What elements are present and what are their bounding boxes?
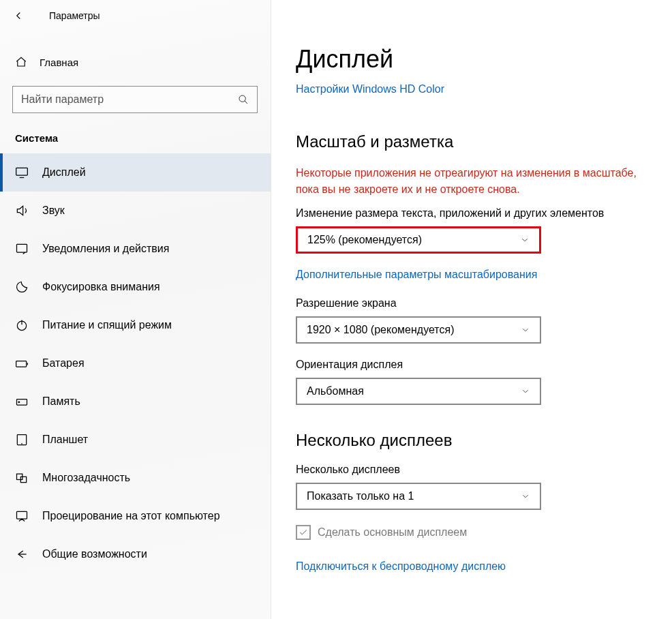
sidebar-item-focus[interactable]: Фокусировка внимания (0, 268, 271, 306)
orientation-dropdown[interactable]: Альбомная (296, 378, 541, 405)
sidebar-item-label: Уведомления и действия (42, 243, 169, 255)
sidebar-item-label: Общие возможности (42, 548, 147, 560)
sidebar-item-shared[interactable]: Общие возможности (0, 535, 271, 573)
advanced-scaling-link[interactable]: Дополнительные параметры масштабирования (296, 269, 654, 281)
chevron-down-icon (521, 492, 530, 501)
search-box[interactable] (12, 86, 258, 113)
wireless-display-link[interactable]: Подключиться к беспроводному дисплею (296, 560, 654, 573)
primary-display-checkbox[interactable] (296, 525, 311, 540)
svg-rect-4 (16, 361, 27, 367)
resolution-value: 1920 × 1080 (рекомендуется) (307, 324, 454, 336)
battery-icon (15, 357, 29, 370)
search-input[interactable] (21, 93, 238, 106)
sidebar-item-label: Фокусировка внимания (42, 281, 160, 293)
svg-point-0 (239, 95, 245, 102)
notifications-icon (15, 242, 29, 256)
sidebar-item-battery[interactable]: Батарея (0, 344, 271, 382)
sidebar-item-label: Планшет (42, 434, 88, 446)
projecting-icon (15, 509, 29, 523)
scale-value: 125% (рекомендуется) (307, 234, 422, 246)
sidebar-item-tablet[interactable]: Планшет (0, 421, 271, 459)
home-label: Главная (40, 57, 78, 68)
nav-list: Дисплей Звук Уведомления и действия Фоку… (0, 153, 271, 573)
chevron-down-icon (521, 325, 530, 335)
sidebar-item-label: Память (42, 395, 80, 408)
storage-icon (15, 395, 29, 408)
orientation-label: Ориентация дисплея (296, 359, 654, 371)
home-button[interactable]: Главная (0, 49, 271, 75)
svg-rect-10 (17, 511, 27, 519)
sidebar-item-label: Многозадачность (42, 472, 130, 484)
scale-warning: Некоторые приложения не отреагируют на и… (296, 165, 654, 198)
back-button[interactable] (11, 8, 26, 23)
resolution-dropdown[interactable]: 1920 × 1080 (рекомендуется) (296, 316, 541, 344)
sidebar-item-label: Батарея (42, 357, 85, 369)
focus-icon (15, 280, 29, 294)
home-icon (15, 56, 29, 68)
sidebar-item-power[interactable]: Питание и спящий режим (0, 306, 271, 344)
multitasking-icon (15, 471, 29, 485)
window-title: Параметры (49, 10, 100, 21)
multi-displays-value: Показать только на 1 (307, 490, 414, 502)
multi-displays-label: Несколько дисплеев (296, 464, 654, 476)
svg-rect-1 (16, 168, 28, 175)
primary-display-checkbox-row: Сделать основным дисплеем (296, 525, 654, 540)
sidebar-item-display[interactable]: Дисплей (0, 153, 271, 192)
orientation-value: Альбомная (307, 385, 364, 397)
svg-point-6 (18, 402, 20, 403)
sidebar-item-storage[interactable]: Память (0, 382, 271, 421)
resolution-label: Разрешение экрана (296, 297, 654, 310)
search-wrap (12, 86, 258, 113)
sidebar-item-label: Дисплей (42, 166, 86, 179)
sidebar-item-label: Проецирование на этот компьютер (42, 510, 220, 522)
sidebar-item-label: Питание и спящий режим (42, 319, 172, 331)
scale-label: Изменение размера текста, приложений и д… (296, 207, 654, 220)
search-icon (238, 94, 249, 105)
page-title: Дисплей (296, 45, 654, 74)
section-title: Система (15, 132, 271, 144)
chevron-down-icon (520, 235, 530, 245)
sidebar-item-projecting[interactable]: Проецирование на этот компьютер (0, 497, 271, 535)
primary-display-label: Сделать основным дисплеем (318, 526, 467, 539)
sidebar-item-sound[interactable]: Звук (0, 192, 271, 230)
tablet-icon (15, 433, 29, 447)
shared-icon (15, 547, 29, 561)
header: Параметры (0, 0, 271, 30)
sidebar-item-notifications[interactable]: Уведомления и действия (0, 230, 271, 268)
scale-section-heading: Масштаб и разметка (296, 132, 654, 151)
sidebar-item-multitasking[interactable]: Многозадачность (0, 459, 271, 497)
multi-displays-heading: Несколько дисплеев (296, 431, 654, 450)
sound-icon (15, 204, 29, 217)
display-icon (15, 166, 29, 179)
scale-dropdown[interactable]: 125% (рекомендуется) (296, 226, 541, 254)
power-icon (15, 318, 29, 332)
arrow-left-icon (12, 10, 25, 22)
sidebar-item-label: Звук (42, 205, 65, 217)
svg-rect-2 (17, 244, 27, 252)
multi-displays-dropdown[interactable]: Показать только на 1 (296, 483, 541, 510)
check-icon (299, 528, 308, 537)
sidebar: Параметры Главная Система Дисплей Звук У… (0, 0, 271, 619)
hd-color-link[interactable]: Настройки Windows HD Color (296, 83, 654, 95)
chevron-down-icon (521, 387, 530, 396)
main-content: Дисплей Настройки Windows HD Color Масшт… (271, 0, 672, 619)
